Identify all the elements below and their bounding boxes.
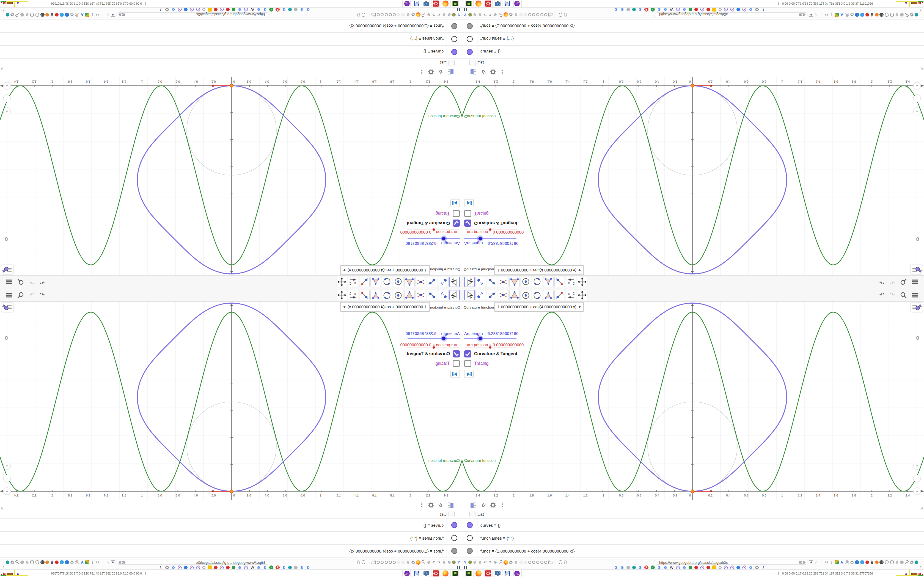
zero-badge-icon[interactable]: 0 [845,560,849,564]
chevron-up-icon[interactable]: ∧ [919,565,922,569]
circle-center-tool-button[interactable] [393,277,404,287]
ring-icon[interactable] [719,566,722,569]
gear-icon[interactable] [428,68,434,75]
red-dot-icon[interactable] [695,566,698,569]
teal-dot-icon[interactable] [6,561,9,564]
slider-tool-button[interactable]: a = 2 [566,277,576,287]
zoom-in-button[interactable]: + [913,475,921,482]
globe-icon[interactable]: ⊕ [478,13,482,17]
visibility-circle[interactable] [467,548,473,554]
redo-icon[interactable]: ↷ [888,278,896,286]
move-tool-button[interactable] [449,277,460,287]
curve-annotation[interactable]: Curvature function [464,114,496,119]
star-icon[interactable]: ☆ [814,13,818,17]
ring-icon[interactable] [536,561,539,564]
google-icon[interactable]: G [682,7,687,11]
taskbar-app-red-gear[interactable] [431,570,439,577]
ring-icon[interactable] [540,13,543,16]
ring-icon[interactable] [536,13,539,16]
taskbar-app-firefox[interactable] [441,570,449,577]
home-view-button[interactable]: ⌂ [913,462,921,469]
yandex-icon[interactable]: Я [645,7,648,11]
google-icon[interactable]: G [748,7,753,11]
pentagon-icon[interactable] [724,7,728,11]
play-pause-button[interactable] [451,370,460,378]
angle-tool-button[interactable]: a [370,290,381,300]
folder-icon[interactable] [372,13,376,17]
move-tool-button[interactable] [449,290,460,300]
wikipedia-icon[interactable]: W [670,7,674,11]
play-pause-button[interactable] [451,199,460,207]
u-badge-icon[interactable]: U [879,13,884,17]
plus-circle-icon[interactable]: + [855,13,859,17]
polygon-tool-button[interactable] [509,277,520,287]
ring-icon[interactable] [381,561,384,564]
red-dot-icon[interactable] [226,566,229,569]
google-icon[interactable]: G [638,7,642,11]
intersect-tool-button[interactable] [498,277,509,287]
reload-icon[interactable]: ↻ [824,13,829,17]
hamburger-menu-icon[interactable] [911,278,919,286]
algebra-row-funcNames[interactable]: funcNames = {" "} [0,532,462,545]
chevron-down-icon[interactable]: ▼ [342,305,346,309]
translate-icon[interactable]: A [111,13,115,17]
algebra-row-funcNames[interactable]: funcNames = {" "} [462,32,924,45]
collapse-button[interactable]: − [449,60,455,66]
chevron-up-icon[interactable]: ∧ [2,8,5,12]
blue-dot-icon[interactable] [737,8,740,11]
gear-icon[interactable] [411,560,415,564]
kebab-menu-icon[interactable] [501,502,504,509]
visibility-circle[interactable] [451,548,457,554]
teal-dot-icon[interactable] [288,566,292,569]
circle-center-tool-button[interactable] [393,290,404,300]
ring-icon[interactable] [528,13,531,16]
shield-icon[interactable] [890,13,894,17]
globe-icon[interactable]: ⊕ [442,560,446,564]
red-dot-icon[interactable] [55,13,58,16]
teal-dot-icon[interactable] [6,13,9,16]
f-letter-icon[interactable]: f [159,7,163,11]
undo-icon[interactable]: ↶ [878,291,886,299]
visibility-circle[interactable] [451,23,457,29]
google-icon[interactable]: G [663,7,667,11]
algebra-row-funcs[interactable]: funcs = {1.00000000000 + cos(4.000000000… [462,545,924,558]
google-icon[interactable]: G [237,7,242,11]
wrench-icon[interactable] [498,13,502,17]
arrow-right-icon[interactable]: → [101,560,105,564]
algebra-row-funcs[interactable]: funcs = {1.00000000000 + cos(4.000000000… [0,19,462,32]
ring-icon[interactable] [540,561,543,564]
circle-two-points-tool-button[interactable] [382,290,392,300]
hamburger-menu-icon[interactable] [911,291,919,299]
gear-icon[interactable] [10,560,14,564]
zero-badge-icon[interactable]: 0 [75,13,79,17]
circle-two-points-tool-button[interactable] [532,290,542,300]
taskbar-app-red-gear[interactable] [431,0,439,7]
curve-annotation[interactable]: Curvature function [428,114,460,119]
reflect-tool-button[interactable] [359,277,370,287]
red-dot-icon[interactable] [226,8,229,11]
gear-icon[interactable] [850,13,854,17]
red-dot-icon[interactable] [706,8,710,11]
search-icon[interactable] [16,278,25,286]
point-tool-button[interactable]: A [475,290,486,300]
trash-icon[interactable] [870,13,874,17]
play-pause-button[interactable] [464,199,473,207]
reflect-tool-button[interactable] [554,290,565,300]
gray-dot-icon[interactable] [627,566,630,569]
gear-icon[interactable] [910,13,914,17]
ring-icon[interactable] [377,561,380,564]
algebra-row-funcNames[interactable]: funcNames = {" "} [0,32,462,45]
zero-badge-icon[interactable]: 0 [845,13,849,17]
globe-icon[interactable]: ⊕ [895,560,899,564]
algebra-row-funcs[interactable]: funcs = {1.00000000000 + cos(4.000000000… [462,19,924,32]
arrow-right-icon[interactable]: → [819,560,823,564]
trash-icon[interactable] [50,13,54,17]
polygon-tool-button[interactable] [404,277,415,287]
visibility-circle[interactable] [451,522,457,528]
gear-icon[interactable] [490,502,496,509]
orange-dot-icon[interactable] [875,13,879,16]
red-dot-icon[interactable] [866,13,869,16]
globe-icon[interactable]: ⊕ [447,13,451,17]
slider-tool-button[interactable]: a = 2 [348,290,358,300]
algebra-row-curves[interactable]: curves = {} [462,45,924,58]
